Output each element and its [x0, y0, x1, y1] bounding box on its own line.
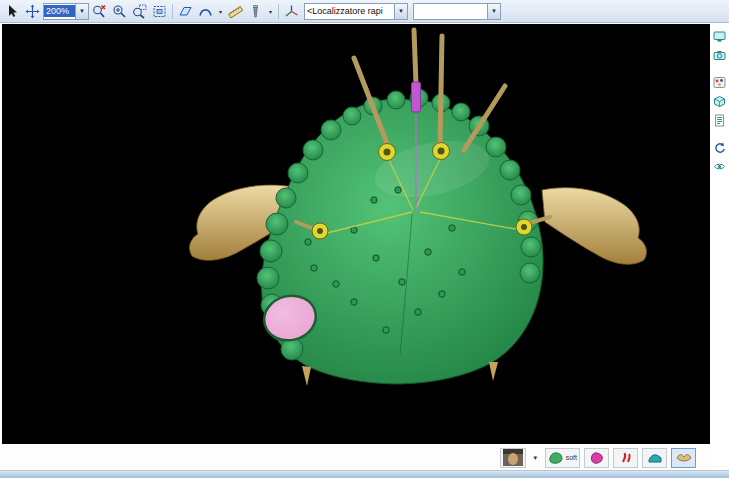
implant-button[interactable]	[246, 2, 265, 20]
magenta-pin[interactable]	[412, 82, 421, 112]
sinus-toggle[interactable]	[642, 448, 667, 468]
implant-dropdown-button[interactable]: ▾	[266, 2, 275, 20]
panoramic-icon	[198, 4, 213, 19]
axes-icon	[284, 4, 299, 19]
select-arrow-button[interactable]	[3, 2, 22, 20]
bone-icon	[675, 450, 693, 465]
measure-button[interactable]	[226, 2, 245, 20]
application-window: 200% ▼	[0, 0, 729, 478]
axes-button[interactable]	[282, 2, 301, 20]
report-button[interactable]	[712, 113, 728, 128]
select-arrow-icon	[5, 4, 20, 19]
nerve-icon	[618, 450, 634, 465]
zoom-value: 200%	[44, 5, 75, 17]
refresh-icon	[713, 141, 726, 154]
scene-canvas[interactable]	[2, 24, 710, 444]
snapshot-button[interactable]	[712, 48, 728, 63]
appearance-button[interactable]	[712, 75, 728, 90]
chevron-down-icon: ▾	[269, 9, 272, 15]
refresh-view-button[interactable]	[712, 140, 728, 155]
status-bar	[0, 470, 729, 478]
localizer-value: <Localizzatore rapi	[305, 5, 394, 17]
mucosa-icon	[589, 450, 605, 465]
implant-icon	[248, 4, 263, 19]
panoramic-button[interactable]	[196, 2, 215, 20]
patient-photo-dropdown[interactable]: ▾	[530, 448, 541, 468]
camera-icon	[713, 49, 726, 62]
main-toolbar: 200% ▼	[0, 0, 729, 23]
zoom-reset-icon	[92, 4, 107, 19]
fit-view-button[interactable]	[150, 2, 169, 20]
cube-icon	[713, 95, 726, 108]
section-plane-button[interactable]	[176, 2, 195, 20]
measure-icon	[228, 4, 243, 19]
bone-toggle[interactable]	[671, 448, 696, 468]
side-tool-panel	[710, 23, 729, 470]
localizer-combo[interactable]: <Localizzatore rapi ▼	[304, 3, 408, 20]
zoom-window-icon	[132, 4, 147, 19]
view-combo[interactable]: ▼	[413, 3, 501, 20]
report-icon	[713, 114, 726, 127]
patient-photo-thumbnail	[503, 449, 523, 466]
pan-icon	[25, 4, 40, 19]
chevron-down-icon: ▼	[79, 8, 85, 14]
monitor-view-button[interactable]	[712, 29, 728, 44]
fit-view-icon	[152, 4, 167, 19]
objects-3d-button[interactable]	[712, 94, 728, 109]
chevron-down-icon: ▾	[533, 454, 537, 461]
section-plane-icon	[178, 4, 193, 19]
zoom-reset-button[interactable]	[90, 2, 109, 20]
mucosa-toggle[interactable]	[584, 448, 609, 468]
panoramic-dropdown-button[interactable]: ▾	[216, 2, 225, 20]
toolbar-separator	[172, 4, 173, 19]
chevron-down-icon: ▼	[491, 8, 497, 14]
nerve-toggle[interactable]	[613, 448, 638, 468]
monitor-icon	[713, 30, 726, 43]
toolbar-separator	[278, 4, 279, 19]
pan-button[interactable]	[23, 2, 42, 20]
zoom-in-button[interactable]	[110, 2, 129, 20]
zoom-in-icon	[112, 4, 127, 19]
patient-photo-button[interactable]	[500, 448, 526, 468]
soft-tissue-toggle[interactable]: soft	[545, 448, 580, 468]
3d-viewport[interactable]	[2, 24, 710, 444]
zoom-dropdown-button[interactable]: ▼	[75, 4, 88, 19]
chevron-down-icon: ▾	[219, 9, 222, 15]
zoom-window-button[interactable]	[130, 2, 149, 20]
localizer-dropdown-button[interactable]: ▼	[394, 4, 407, 19]
palette-icon	[713, 76, 726, 89]
object-toolbar: ▾ soft	[0, 445, 710, 470]
visibility-button[interactable]	[712, 159, 728, 174]
zoom-combo[interactable]: 200% ▼	[43, 3, 89, 20]
view-combo-dropdown-button[interactable]: ▼	[487, 4, 500, 19]
soft-tissue-label: soft	[566, 454, 577, 461]
soft-tissue-icon	[548, 450, 564, 465]
chevron-down-icon: ▼	[398, 8, 404, 14]
eye-icon	[713, 160, 726, 173]
sinus-icon	[647, 450, 663, 465]
view-combo-value	[414, 10, 487, 12]
